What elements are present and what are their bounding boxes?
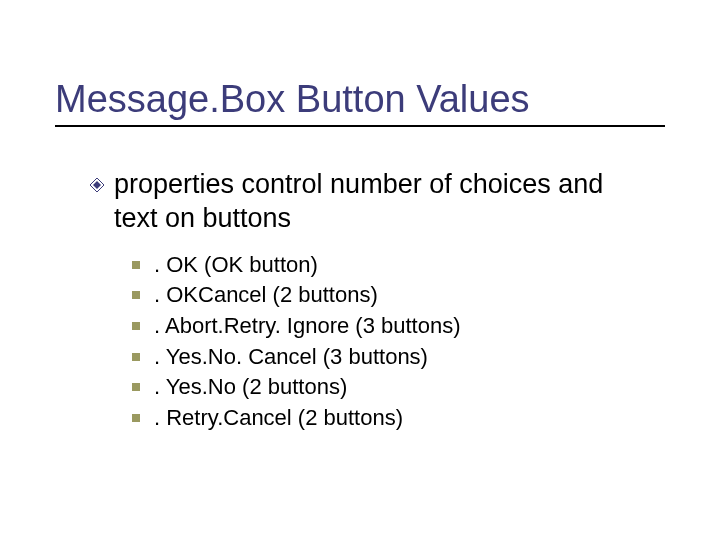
list-item: . Retry.Cancel (2 buttons) — [132, 403, 650, 433]
list-item-text: . Abort.Retry. Ignore (3 buttons) — [154, 311, 461, 341]
list-item: . Yes.No (2 buttons) — [132, 372, 650, 402]
square-bullet-icon — [132, 322, 140, 330]
list-item-text: . OKCancel (2 buttons) — [154, 280, 378, 310]
list-item: . OKCancel (2 buttons) — [132, 280, 650, 310]
body-block: properties control number of choices and… — [90, 168, 650, 434]
title-block: Message.Box Button Values — [55, 78, 665, 127]
square-bullet-icon — [132, 414, 140, 422]
intro-item: properties control number of choices and… — [90, 168, 650, 236]
list-item-text: . Yes.No. Cancel (3 buttons) — [154, 342, 428, 372]
list-item-text: . OK (OK button) — [154, 250, 318, 280]
intro-text: properties control number of choices and… — [114, 168, 650, 236]
list-item-text: . Yes.No (2 buttons) — [154, 372, 347, 402]
list-item: . Abort.Retry. Ignore (3 buttons) — [132, 311, 650, 341]
value-list: . OK (OK button) . OKCancel (2 buttons) … — [132, 250, 650, 433]
diamond-bullet-icon — [90, 178, 104, 196]
square-bullet-icon — [132, 291, 140, 299]
slide-title: Message.Box Button Values — [55, 78, 665, 121]
list-item: . Yes.No. Cancel (3 buttons) — [132, 342, 650, 372]
square-bullet-icon — [132, 353, 140, 361]
square-bullet-icon — [132, 383, 140, 391]
square-bullet-icon — [132, 261, 140, 269]
list-item-text: . Retry.Cancel (2 buttons) — [154, 403, 403, 433]
list-item: . OK (OK button) — [132, 250, 650, 280]
slide: Message.Box Button Values properties con… — [0, 0, 720, 540]
